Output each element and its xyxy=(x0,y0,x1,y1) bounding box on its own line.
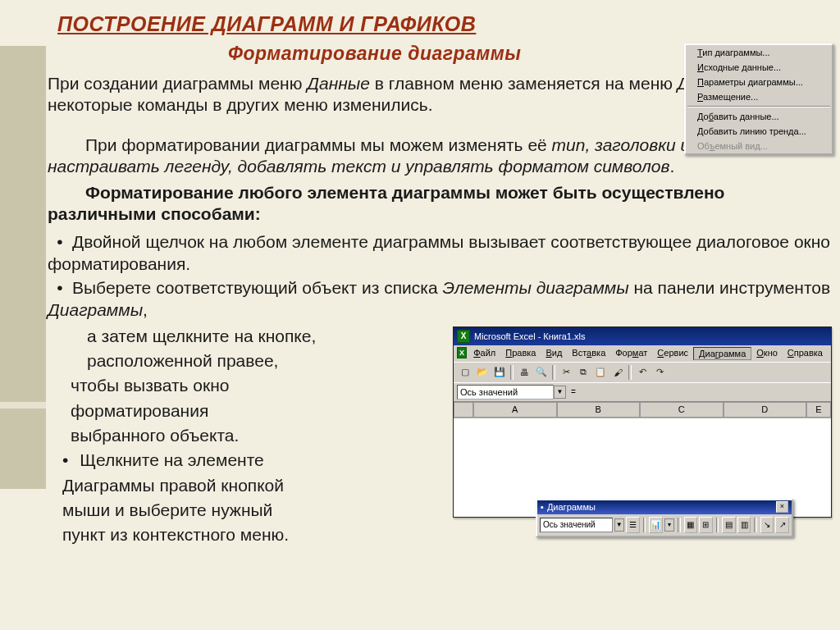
chart-select-arrow-icon[interactable]: ▼ xyxy=(614,518,624,532)
excel-screenshot: X Microsoft Excel - Книга1.xls X Файл Пр… xyxy=(453,326,832,518)
format-object-icon[interactable]: ☰ xyxy=(626,517,640,533)
cut-icon[interactable]: ✂ xyxy=(558,364,574,381)
menu-format[interactable]: Формат xyxy=(610,347,652,360)
print-icon[interactable]: 🖶 xyxy=(516,364,532,381)
legend-icon[interactable]: ▦ xyxy=(684,517,698,533)
menu-3d-view: Объемный вид... xyxy=(686,139,832,153)
formula-bar: Ось значений ▼ = xyxy=(454,382,831,401)
fx-label: = xyxy=(571,387,576,396)
menu-add-trendline[interactable]: Добавить линию тренда... xyxy=(686,124,832,139)
new-icon[interactable]: ▢ xyxy=(457,364,473,381)
col-b[interactable]: B xyxy=(557,402,641,418)
format-painter-icon[interactable]: 🖌 xyxy=(609,364,626,381)
chart-type-arrow-icon[interactable]: ▾ xyxy=(664,518,674,532)
doc-icon: X xyxy=(457,347,467,358)
open-icon[interactable]: 📂 xyxy=(474,364,491,381)
chart-type-icon[interactable]: 📊 xyxy=(649,517,663,533)
column-headers: A B C D E xyxy=(454,401,831,418)
undo-icon[interactable]: ↶ xyxy=(634,364,651,381)
chart-toolbar-title: Диаграммы xyxy=(547,502,596,512)
name-box-arrow-icon[interactable]: ▼ xyxy=(554,386,566,399)
window-titlebar: X Microsoft Excel - Книга1.xls xyxy=(454,327,831,345)
menu-insert[interactable]: Вставка xyxy=(567,347,610,360)
standard-toolbar: ▢ 📂 💾 🖶 🔍 ✂ ⧉ 📋 🖌 ↶ ↷ xyxy=(454,362,831,382)
angle-text-down-icon[interactable]: ↘ xyxy=(760,517,774,533)
menu-help[interactable]: Справка xyxy=(783,347,828,360)
by-column-icon[interactable]: ▥ xyxy=(737,517,751,533)
menu-file[interactable]: Файл xyxy=(468,347,500,360)
menu-source-data[interactable]: Исходные данные... xyxy=(686,60,832,75)
page-title: ПОСТРОЕНИЕ ДИАГРАММ И ГРАФИКОВ xyxy=(57,12,833,36)
menu-tools[interactable]: Сервис xyxy=(652,347,693,360)
sheet-area[interactable]: ▪ Диаграммы × Ось значений ▼ ☰ 📊 ▾ ▦ ⊞ xyxy=(454,418,831,517)
bullet-list: •Двойной щелчок на любом элементе диагра… xyxy=(48,231,833,322)
chart-toolbar: ▪ Диаграммы × Ось значений ▼ ☰ 📊 ▾ ▦ ⊞ xyxy=(536,499,793,537)
by-row-icon[interactable]: ▤ xyxy=(722,517,736,533)
select-all-corner[interactable] xyxy=(454,402,473,418)
decorative-sidebar xyxy=(0,0,46,630)
copy-icon[interactable]: ⧉ xyxy=(575,364,591,381)
name-box[interactable]: Ось значений xyxy=(457,385,554,399)
chart-element-select[interactable]: Ось значений xyxy=(540,518,613,532)
menu-edit[interactable]: Правка xyxy=(500,347,541,360)
angle-text-up-icon[interactable]: ↗ xyxy=(775,517,789,533)
menu-view[interactable]: Вид xyxy=(541,347,567,360)
preview-icon[interactable]: 🔍 xyxy=(533,364,550,381)
bullet-1: Двойной щелчок на любом элементе диаграм… xyxy=(48,232,830,273)
menu-add-data[interactable]: Добавить данные... xyxy=(686,109,832,124)
redo-icon[interactable]: ↷ xyxy=(651,364,668,381)
save-icon[interactable]: 💾 xyxy=(491,364,508,381)
menu-chart-type[interactable]: Тип диаграммы... xyxy=(686,45,832,60)
menu-location[interactable]: Размещение... xyxy=(686,89,832,104)
excel-app-icon: X xyxy=(457,330,470,343)
col-e[interactable]: E xyxy=(806,402,831,418)
data-table-icon[interactable]: ⊞ xyxy=(699,517,713,533)
close-icon[interactable]: × xyxy=(776,501,788,513)
bullet-2: Выберете соответствующий объект из списк… xyxy=(48,278,830,319)
paste-icon[interactable]: 📋 xyxy=(592,364,609,381)
col-a[interactable]: A xyxy=(473,402,557,418)
menu-chart[interactable]: Диаграмма xyxy=(693,347,751,360)
window-title: Microsoft Excel - Книга1.xls xyxy=(474,331,585,341)
menu-chart-options[interactable]: Параметры диаграммы... xyxy=(686,75,832,89)
menu-window[interactable]: Окно xyxy=(751,347,783,360)
chart-menu-dropdown: Тип диаграммы... Исходные данные... Пара… xyxy=(684,43,833,155)
menu-bar: X Файл Правка Вид Вставка Формат Сервис … xyxy=(454,345,831,362)
col-c[interactable]: C xyxy=(640,402,724,418)
col-d[interactable]: D xyxy=(724,402,807,418)
left-continuation: а затем щелкните на кнопке, расположенно… xyxy=(48,325,453,549)
body-heading: Форматирование любого элемента диаграммы… xyxy=(48,182,833,226)
